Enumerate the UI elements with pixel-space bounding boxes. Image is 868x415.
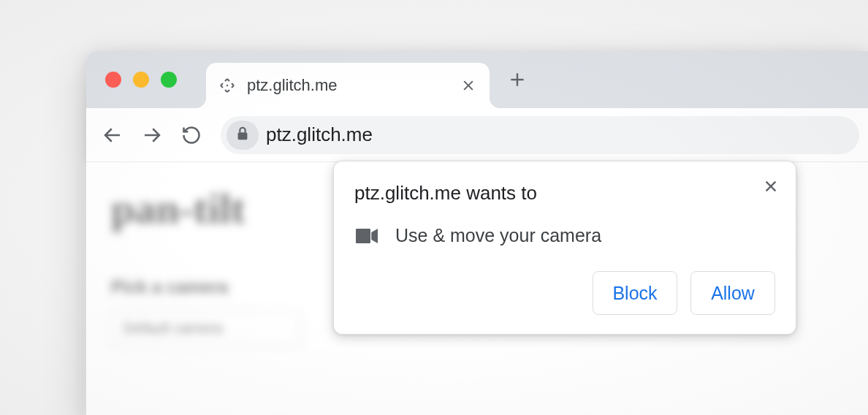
permission-close-button[interactable] [758, 173, 784, 199]
video-camera-icon [356, 228, 378, 244]
back-button[interactable] [95, 118, 130, 153]
allow-button[interactable]: Allow [690, 271, 775, 315]
tab-title: ptz.glitch.me [247, 76, 459, 95]
svg-marker-15 [371, 229, 378, 243]
title-bar: ptz.glitch.me [86, 51, 868, 108]
window-maximize-button[interactable] [161, 72, 177, 88]
window-minimize-button[interactable] [133, 72, 149, 88]
site-info-button[interactable] [226, 121, 259, 150]
permission-title: ptz.glitch.me wants to [354, 182, 775, 205]
permission-item-text: Use & move your camera [395, 225, 601, 246]
forward-button[interactable] [134, 118, 170, 153]
lock-icon [235, 126, 251, 145]
svg-point-0 [226, 85, 228, 86]
reload-button[interactable] [174, 118, 209, 153]
svg-rect-14 [356, 229, 370, 243]
address-bar[interactable]: ptz.glitch.me [221, 116, 859, 154]
toolbar: ptz.glitch.me [86, 108, 868, 162]
tab-close-button[interactable] [459, 76, 478, 95]
permission-prompt: ptz.glitch.me wants to Use & move your c… [333, 161, 796, 335]
permission-actions: Block Allow [354, 271, 775, 315]
url-text[interactable]: ptz.glitch.me [266, 123, 853, 146]
camera-select[interactable]: Default camera [111, 311, 301, 346]
browser-tab[interactable]: ptz.glitch.me [206, 63, 490, 108]
window-controls [105, 72, 177, 88]
window-close-button[interactable] [105, 72, 121, 88]
svg-rect-11 [238, 132, 248, 140]
block-button[interactable]: Block [593, 271, 677, 315]
browser-window: ptz.glitch.me [86, 51, 868, 415]
permission-item: Use & move your camera [354, 225, 775, 246]
new-tab-button[interactable] [503, 65, 532, 94]
move-icon [218, 76, 237, 95]
